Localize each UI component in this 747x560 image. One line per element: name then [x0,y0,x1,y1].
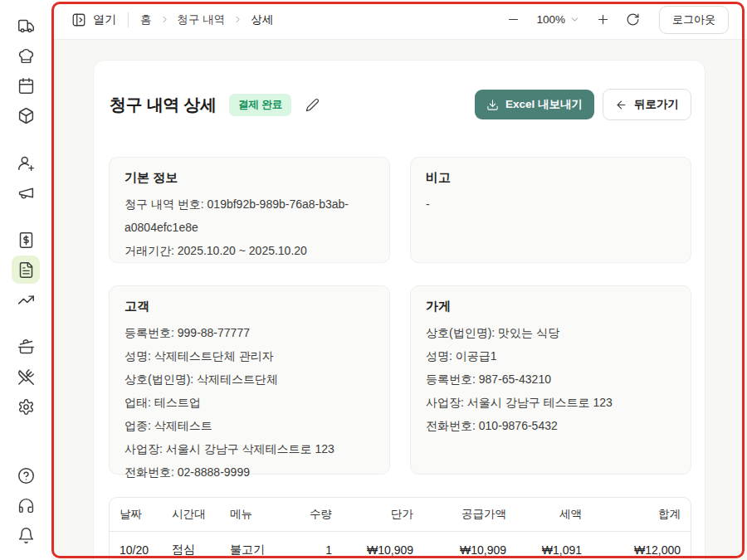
col-quantity: 수량 [290,498,342,532]
sidebar-item-members[interactable] [0,148,51,178]
sidebar-item-statistics[interactable] [0,285,51,314]
open-panel-button[interactable]: 열기 [71,12,116,27]
store-owner-name: 성명: 이공급1 [426,344,676,368]
cell-menu: 불고기 [220,532,290,560]
sidebar-item-kitchen[interactable] [0,41,51,71]
truck-icon [12,12,40,40]
chevron-right-icon [159,14,170,25]
package-icon [12,101,40,129]
cell-supply-value: ₩10,909 [423,532,516,560]
zoom-out-button[interactable] [506,12,520,27]
arrow-left-icon [615,99,627,111]
edit-pencil-icon[interactable] [305,98,320,112]
topbar-divider [128,12,129,27]
col-total: 합계 [592,498,691,532]
table-row: 10/20 점심 불고기 1 ₩10,909 ₩10,909 ₩1,091 ₩1… [110,532,691,560]
col-timeslot: 시간대 [162,498,220,532]
table-header-row: 날짜 시간대 메뉴 수량 단가 공급가액 세액 합계 [110,498,691,532]
sidebar-item-invoices[interactable] [0,225,51,255]
items-table: 날짜 시간대 메뉴 수량 단가 공급가액 세액 합계 10/20 [110,498,691,560]
note-card: 비고 - [410,157,691,263]
sidebar-item-settings[interactable] [0,392,51,421]
back-label: 뒤로가기 [634,97,679,112]
app-sidebar [0,0,51,560]
sidebar-item-calendar[interactable] [0,71,51,100]
col-tax: 세액 [516,498,592,532]
cell-timeslot: 점심 [162,532,220,560]
bell-icon [12,521,40,549]
settings-gear-icon [12,392,40,421]
minus-icon [506,12,520,27]
help-circle-icon [12,461,40,489]
cell-date: 10/20 [110,532,162,560]
note-value: - [426,192,676,216]
cooking-pot-icon [12,333,40,361]
chevron-down-icon [569,14,580,25]
page-title-row: 청구 내역 상세 결제 완료 Excel 내보내기 뒤로가기 [109,89,691,120]
note-title: 비고 [426,170,676,186]
customer-phone: 전화번호: 02-8888-9999 [124,460,374,484]
cell-unit-price: ₩10,909 [342,532,423,560]
title-actions: Excel 내보내기 뒤로가기 [475,89,691,120]
zoom-in-button[interactable] [596,12,610,27]
store-reg-number: 등록번호: 987-65-43210 [426,368,676,391]
store-card: 가게 상호(법인명): 맛있는 식당 성명: 이공급1 등록번호: 987-65… [410,285,691,475]
content-area: 청구 내역 상세 결제 완료 Excel 내보내기 뒤로가기 [51,40,747,560]
col-menu: 메뉴 [220,498,290,532]
col-date: 날짜 [110,498,162,532]
store-business-name: 상호(법인명): 맛있는 식당 [426,321,676,344]
open-label: 열기 [93,12,116,27]
megaphone-icon [12,178,40,207]
utensils-icon [12,363,40,391]
back-button[interactable]: 뒤로가기 [603,89,691,120]
sidebar-item-help[interactable] [0,460,51,490]
status-badge: 결제 완료 [229,94,291,116]
logout-button[interactable]: 로그아웃 [659,6,729,34]
sidebar-item-delivery[interactable] [0,11,51,41]
users-icon [12,149,40,177]
topbar-controls: 100% 로그아웃 [506,6,729,34]
cell-total: ₩12,000 [592,532,691,560]
cell-tax: ₩1,091 [516,532,592,560]
col-unit-price: 단가 [342,498,423,532]
items-table-wrap: 날짜 시간대 메뉴 수량 단가 공급가액 세액 합계 10/20 [109,497,691,560]
headset-icon [12,491,40,519]
zoom-level-select[interactable]: 100% [536,13,580,26]
customer-reg-number: 등록번호: 999-88-77777 [124,321,374,344]
cell-quantity: 1 [290,532,342,560]
breadcrumb-home[interactable]: 홈 [140,12,152,27]
customer-address: 사업장: 서울시 강남구 삭제테스트로 123 [124,437,374,460]
invoice-dollar-icon [12,226,40,254]
download-icon [486,99,499,111]
panel-left-open-icon [71,12,86,27]
store-phone: 전화번호: 010-9876-5432 [426,414,676,437]
customer-business-type: 업태: 테스트업 [124,391,374,414]
breadcrumb: 홈 청구 내역 상세 [140,12,273,27]
info-card-grid: 기본 정보 청구 내역 번호: 019bf92b-989b-76a8-b3ab-… [109,157,691,475]
refresh-icon [626,12,640,27]
refresh-button[interactable] [626,12,640,27]
customer-business-name: 상호(법인명): 삭제테스트단체 [124,368,374,391]
sidebar-item-announcements[interactable] [0,178,51,207]
calendar-icon [12,71,40,100]
sidebar-item-notifications[interactable] [0,520,51,550]
chevron-right-icon [232,14,243,25]
invoice-number: 청구 내역 번호: 019bf92b-989b-76a8-b3ab-a0804e… [124,192,374,239]
excel-export-button[interactable]: Excel 내보내기 [475,90,594,119]
sidebar-item-menu[interactable] [0,362,51,392]
col-supply-value: 공급가액 [423,498,516,532]
sidebar-item-billing-detail[interactable] [0,255,51,285]
customer-business-category: 업종: 삭제테스트 [124,414,374,437]
sidebar-item-inventory[interactable] [0,100,51,130]
breadcrumb-billing[interactable]: 청구 내역 [178,12,226,27]
page-title: 청구 내역 상세 [110,94,217,116]
sidebar-item-support[interactable] [0,490,51,520]
basic-info-title: 기본 정보 [124,170,374,186]
sidebar-item-cooking[interactable] [0,332,51,362]
basic-info-card: 기본 정보 청구 내역 번호: 019bf92b-989b-76a8-b3ab-… [109,157,390,263]
transaction-period: 거래기간: 2025.10.20 ~ 2025.10.20 [124,239,374,262]
customer-card: 고객 등록번호: 999-88-77777 성명: 삭제테스트단체 관리자 상호… [109,285,390,475]
customer-name: 성명: 삭제테스트단체 관리자 [124,344,374,368]
main-area: 열기 홈 청구 내역 상세 100% 로그아웃 [51,0,747,560]
store-title: 가게 [426,299,676,314]
